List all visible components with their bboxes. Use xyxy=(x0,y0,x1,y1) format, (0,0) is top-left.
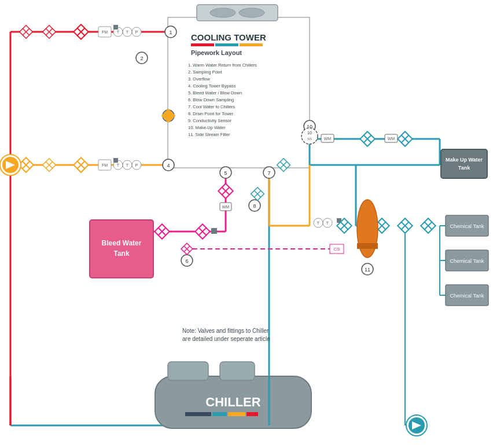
svg-text:9. Conductivity Sensor: 9. Conductivity Sensor xyxy=(188,118,232,123)
svg-text:5: 5 xyxy=(224,170,227,176)
svg-text:6. Blow Down Sampling: 6. Blow Down Sampling xyxy=(188,97,234,102)
cooling-tower-subtitle: Pipework Layout xyxy=(191,49,242,56)
svg-text:Tank: Tank xyxy=(113,249,129,258)
svg-rect-155 xyxy=(90,220,153,278)
svg-text:CS: CS xyxy=(333,247,340,252)
svg-text:1. Warm Water Return from Chil: 1. Warm Water Return from Chillers xyxy=(188,63,257,68)
svg-text:7. Cool Water to Chillers: 7. Cool Water to Chillers xyxy=(188,104,235,109)
svg-text:8: 8 xyxy=(253,203,256,209)
svg-text:2: 2 xyxy=(140,56,143,61)
svg-text:T: T xyxy=(117,163,120,167)
svg-text:P: P xyxy=(135,30,138,34)
svg-text:2. Sampling Point: 2. Sampling Point xyxy=(188,69,223,75)
svg-rect-165 xyxy=(168,362,208,380)
svg-text:8. Drain Point for Tower: 8. Drain Point for Tower xyxy=(188,111,234,116)
svg-rect-98 xyxy=(113,158,118,163)
svg-text:T: T xyxy=(126,163,129,167)
svg-text:WM: WM xyxy=(388,137,395,141)
diagram: COOLING TOWER Pipework Layout 1. Warm Wa… xyxy=(0,0,493,448)
svg-rect-157 xyxy=(441,149,487,178)
svg-rect-1 xyxy=(197,5,278,21)
chemical-tank-3-label: Chemical Tank xyxy=(450,293,484,299)
svg-rect-170 xyxy=(246,412,258,416)
make-up-water-tank-label: Make Up Water xyxy=(446,157,483,163)
svg-text:T: T xyxy=(126,30,129,34)
svg-text:10. Make-Up Water: 10. Make-Up Water xyxy=(188,125,226,130)
svg-rect-163 xyxy=(357,243,378,249)
svg-text:WM: WM xyxy=(324,137,332,141)
svg-rect-168 xyxy=(212,412,227,416)
svg-text:SS: SS xyxy=(307,137,312,141)
svg-point-2 xyxy=(210,8,236,17)
chemical-tank-1-label: Chemical Tank xyxy=(450,223,484,229)
svg-text:P: P xyxy=(135,163,138,167)
svg-rect-148 xyxy=(211,228,217,234)
svg-text:4: 4 xyxy=(167,163,170,168)
cooling-tower-title: COOLING TOWER xyxy=(191,32,266,42)
bleed-water-tank-label: Bleed Water xyxy=(102,239,142,247)
svg-point-3 xyxy=(239,8,264,17)
svg-rect-169 xyxy=(228,412,245,416)
svg-rect-166 xyxy=(220,362,255,380)
svg-text:FM: FM xyxy=(102,30,108,34)
svg-text:11. Side Stream Filter: 11. Side Stream Filter xyxy=(188,132,230,137)
svg-text:7: 7 xyxy=(267,170,270,176)
svg-text:10: 10 xyxy=(307,131,312,135)
svg-text:4. Cooling Tower Bypass: 4. Cooling Tower Bypass xyxy=(188,83,236,89)
chemical-tank-2-label: Chemical Tank xyxy=(450,258,484,264)
note-text: Note: Valves and fittings to Chiller xyxy=(182,328,269,334)
svg-text:WM: WM xyxy=(222,205,230,209)
svg-text:6: 6 xyxy=(185,258,188,264)
svg-rect-5 xyxy=(215,43,238,46)
svg-rect-4 xyxy=(191,43,214,46)
svg-text:FM: FM xyxy=(102,163,108,167)
svg-text:1: 1 xyxy=(169,30,172,35)
svg-text:are detailed under seperate ar: are detailed under seperate article xyxy=(182,336,270,342)
svg-text:T: T xyxy=(326,221,329,225)
chiller-label: CHILLER xyxy=(205,395,260,409)
svg-text:T: T xyxy=(117,30,120,34)
svg-rect-6 xyxy=(240,43,263,46)
svg-text:Tank: Tank xyxy=(458,165,470,171)
svg-text:11: 11 xyxy=(365,267,370,273)
svg-text:T: T xyxy=(317,221,320,225)
svg-text:5. Bleed Water / Blow Down: 5. Bleed Water / Blow Down xyxy=(188,90,242,96)
svg-rect-167 xyxy=(185,412,211,416)
svg-text:3. Overflow: 3. Overflow xyxy=(188,76,211,82)
svg-rect-80 xyxy=(113,25,118,30)
